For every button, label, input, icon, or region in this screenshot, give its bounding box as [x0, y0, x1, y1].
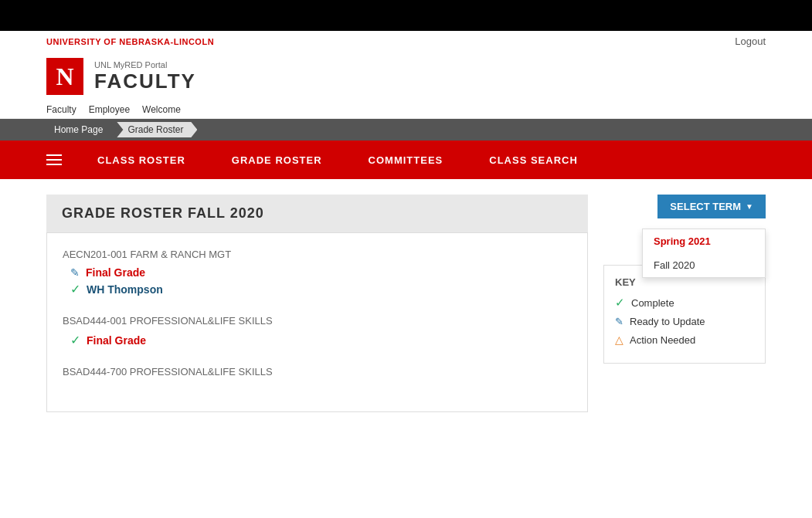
course-1-title: AECN201-001 FARM & RANCH MGT	[63, 249, 572, 260]
breadcrumb-home[interactable]: Home Page	[46, 122, 117, 137]
course-2-title: BSAD444-001 PROFESSIONAL&LIFE SKILLS	[63, 315, 572, 327]
key-check-icon: ✓	[615, 296, 625, 310]
portal-title: UNL MyRED Portal	[94, 60, 196, 69]
breadcrumb-home-label: Home Page	[54, 124, 103, 135]
logout-link[interactable]: Logout	[735, 36, 766, 47]
subnav-welcome[interactable]: Welcome	[142, 104, 181, 115]
course-3: BSAD444-700 PROFESSIONAL&LIFE SKILLS	[63, 366, 572, 377]
black-top-bar	[0, 0, 812, 31]
breadcrumb-grade-roster[interactable]: Grade Roster	[117, 122, 197, 137]
n-letter: N	[56, 64, 73, 89]
key-title: KEY	[615, 276, 754, 288]
key-section: KEY ✓ Complete ✎ Ready to Update △ Actio…	[603, 265, 766, 364]
term-dropdown-menu: Spring 2021 Fall 2020	[642, 229, 766, 278]
course-2: BSAD444-001 PROFESSIONAL&LIFE SKILLS ✓ F…	[63, 315, 572, 347]
key-edit-icon: ✎	[615, 316, 623, 327]
hamburger-line-2	[46, 159, 62, 161]
roster-container: GRADE ROSTER FALL 2020 AECN201-001 FARM …	[46, 195, 588, 412]
subnav-faculty[interactable]: Faculty	[46, 104, 76, 115]
nav-class-roster[interactable]: CLASS ROSTER	[74, 144, 209, 177]
key-action: △ Action Needed	[615, 333, 754, 346]
key-ready: ✎ Ready to Update	[615, 316, 754, 327]
unl-logo: N	[46, 58, 83, 95]
key-ready-label: Ready to Update	[630, 316, 705, 327]
check-icon-1: ✓	[70, 282, 80, 296]
roster-body: AECN201-001 FARM & RANCH MGT ✎ Final Gra…	[46, 232, 588, 412]
hamburger-line-1	[46, 154, 62, 156]
top-bar: UNIVERSITY OF NEBRASKA-LINCOLN Logout	[0, 31, 812, 52]
term-option-spring-2021[interactable]: Spring 2021	[643, 229, 765, 253]
sub-nav: Faculty Employee Welcome	[0, 101, 812, 119]
nav-class-search[interactable]: CLASS SEARCH	[466, 144, 601, 177]
course-1-instructor[interactable]: WH Thompson	[87, 283, 163, 296]
dropdown-arrow-icon: ▼	[746, 202, 753, 211]
key-complete-label: Complete	[631, 297, 674, 309]
main-nav: CLASS ROSTER GRADE ROSTER COMMITTEES CLA…	[0, 141, 812, 179]
course-1: AECN201-001 FARM & RANCH MGT ✎ Final Gra…	[63, 249, 572, 296]
subnav-employee[interactable]: Employee	[89, 104, 130, 115]
edit-icon-1: ✎	[70, 266, 80, 279]
nav-committees[interactable]: COMMITTEES	[345, 144, 467, 177]
term-option-fall-2020[interactable]: Fall 2020	[643, 253, 765, 277]
key-action-label: Action Needed	[630, 334, 695, 346]
faculty-label: FACULTY	[94, 69, 196, 93]
key-complete: ✓ Complete	[615, 296, 754, 310]
header-area: N UNL MyRED Portal FACULTY	[0, 52, 812, 101]
breadcrumb-grade-roster-label: Grade Roster	[127, 124, 183, 135]
hamburger-button[interactable]	[46, 141, 74, 179]
check-icon-2: ✓	[70, 333, 80, 347]
university-link[interactable]: UNIVERSITY OF NEBRASKA-LINCOLN	[46, 37, 214, 46]
key-warn-icon: △	[615, 333, 623, 346]
sidebar-container: SELECT TERM ▼ Spring 2021 Fall 2020 KEY …	[603, 195, 766, 412]
portal-info: UNL MyRED Portal FACULTY	[94, 60, 196, 93]
course-3-title: BSAD444-700 PROFESSIONAL&LIFE SKILLS	[63, 366, 572, 377]
content-area: GRADE ROSTER FALL 2020 AECN201-001 FARM …	[0, 179, 812, 428]
course-1-grade-label[interactable]: Final Grade	[86, 266, 145, 279]
course-1-grade-entry: ✎ Final Grade	[63, 266, 572, 279]
course-2-grade-entry: ✓ Final Grade	[63, 333, 572, 347]
select-term-button[interactable]: SELECT TERM ▼	[657, 195, 766, 218]
sidebar-top: SELECT TERM ▼	[603, 195, 766, 218]
course-1-instructor-entry: ✓ WH Thompson	[63, 282, 572, 296]
course-2-grade-label[interactable]: Final Grade	[87, 334, 146, 347]
hamburger-line-3	[46, 164, 62, 165]
breadcrumb-bar: Home Page Grade Roster	[0, 119, 812, 141]
grade-roster-heading: GRADE ROSTER FALL 2020	[46, 195, 588, 232]
nav-grade-roster[interactable]: GRADE ROSTER	[209, 144, 345, 177]
select-term-label: SELECT TERM	[670, 201, 741, 212]
